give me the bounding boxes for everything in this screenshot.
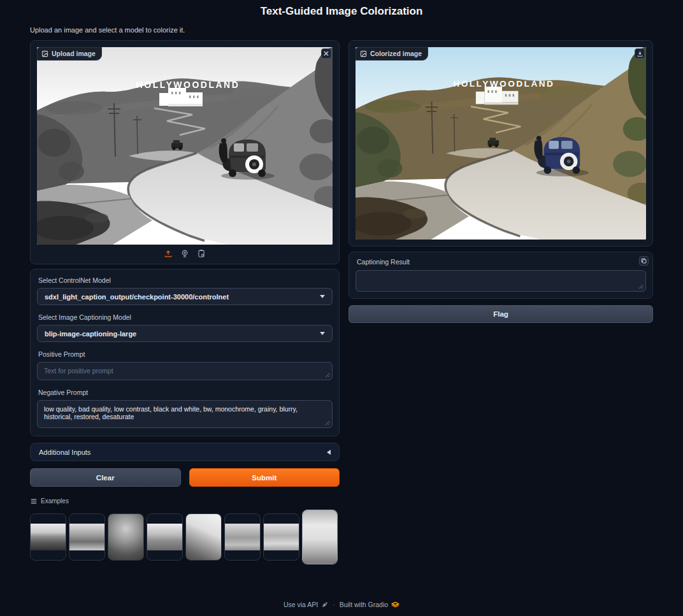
close-icon bbox=[324, 51, 329, 56]
additional-inputs-accordion[interactable]: Additional Inputs bbox=[30, 443, 340, 461]
colorized-image-label-tab: Colorized image bbox=[356, 47, 428, 61]
captioning-model-label: Select Image Captioning Model bbox=[38, 313, 333, 321]
flag-button[interactable]: Flag bbox=[349, 305, 653, 323]
example-thumbnail-park-trees[interactable] bbox=[263, 513, 299, 561]
webcam-icon bbox=[180, 249, 189, 258]
example-thumbnail-leaning-tower-of-pisa[interactable] bbox=[302, 510, 338, 564]
webcam-button[interactable] bbox=[180, 249, 189, 258]
page-title: Text-Guided Image Colorization bbox=[0, 0, 683, 18]
paste-button[interactable] bbox=[197, 249, 206, 258]
model-settings-panel: Select ControlNet Model sdxl_light_capti… bbox=[30, 269, 340, 436]
colorized-image[interactable]: HOLLYWOODLAND bbox=[356, 47, 646, 240]
download-image-button[interactable] bbox=[635, 48, 645, 59]
image-source-toolbar bbox=[37, 245, 333, 257]
upload-image-label: Upload image bbox=[52, 50, 96, 57]
example-thumbnail-people-on-beach-boat[interactable] bbox=[69, 513, 105, 561]
controlnet-model-label: Select ControlNet Model bbox=[38, 276, 333, 284]
colorized-image-panel: Colorized image HOLLYWOODLAND bbox=[349, 40, 653, 247]
colorized-image-label: Colorized image bbox=[370, 50, 422, 57]
example-thumbnail-bridge-with-crowd[interactable] bbox=[224, 513, 261, 561]
main-content: Upload image HOLLYWOODLAND Select Con bbox=[30, 40, 653, 564]
captioning-result-input[interactable] bbox=[356, 271, 645, 291]
negative-prompt-input[interactable]: low quality, bad quality, low contrast, … bbox=[38, 401, 332, 427]
positive-prompt-label: Positive Prompt bbox=[38, 350, 333, 358]
example-thumbnail-highway-to-mountains[interactable] bbox=[30, 513, 66, 561]
resize-handle-icon[interactable] bbox=[638, 284, 643, 289]
examples-label: Examples bbox=[41, 498, 69, 505]
upload-image-panel: Upload image HOLLYWOODLAND bbox=[30, 40, 340, 264]
positive-prompt-input[interactable] bbox=[38, 362, 332, 380]
example-image bbox=[69, 524, 104, 550]
example-thumbnail-migrant-mother-portrait[interactable] bbox=[108, 513, 144, 561]
example-image bbox=[264, 524, 299, 550]
image-icon bbox=[41, 50, 48, 57]
download-icon bbox=[637, 51, 643, 57]
captioning-result-label: Captioning Result bbox=[357, 258, 646, 266]
captioning-result-panel: Captioning Result bbox=[349, 252, 653, 299]
image-icon bbox=[360, 50, 367, 57]
example-image bbox=[31, 524, 66, 550]
uploaded-image[interactable]: HOLLYWOODLAND bbox=[37, 47, 333, 245]
upload-file-button[interactable] bbox=[164, 249, 173, 258]
example-image bbox=[225, 524, 260, 550]
resize-handle-icon[interactable] bbox=[325, 373, 330, 378]
captioning-model-value: blip-image-captioning-large bbox=[45, 330, 136, 338]
controlnet-model-dropdown[interactable]: sdxl_light_caption_output/checkpoint-300… bbox=[37, 288, 333, 305]
resize-handle-icon[interactable] bbox=[325, 420, 330, 426]
use-via-api-link[interactable]: Use via API bbox=[284, 601, 328, 608]
gradio-logo-icon bbox=[391, 601, 399, 608]
submit-button[interactable]: Submit bbox=[189, 468, 340, 487]
example-image bbox=[108, 514, 143, 560]
chevron-left-icon bbox=[327, 450, 331, 455]
upload-image-label-tab: Upload image bbox=[37, 47, 102, 61]
examples-list-icon bbox=[31, 498, 37, 505]
example-thumbnail-mountain-camp-tents[interactable] bbox=[185, 513, 222, 561]
clipboard-icon bbox=[197, 249, 206, 258]
copy-result-button[interactable] bbox=[639, 256, 649, 266]
example-image bbox=[147, 524, 182, 550]
built-with-gradio-link[interactable]: Built with Gradio bbox=[340, 601, 399, 608]
examples-gallery bbox=[30, 510, 340, 564]
svg-text:HOLLYWOODLAND: HOLLYWOODLAND bbox=[453, 79, 554, 89]
footer-separator: · bbox=[333, 601, 335, 608]
svg-text:HOLLYWOODLAND: HOLLYWOODLAND bbox=[136, 80, 240, 90]
example-image bbox=[186, 514, 221, 560]
chevron-down-icon bbox=[320, 295, 325, 298]
captioning-model-dropdown[interactable]: blip-image-captioning-large bbox=[37, 325, 333, 342]
chevron-down-icon bbox=[320, 332, 325, 335]
clear-image-button[interactable] bbox=[321, 48, 331, 59]
rocket-icon bbox=[321, 601, 328, 608]
clear-button[interactable]: Clear bbox=[30, 468, 181, 487]
example-thumbnail-hollywoodland-road[interactable] bbox=[147, 513, 183, 561]
controlnet-model-value: sdxl_light_caption_output/checkpoint-300… bbox=[45, 293, 229, 301]
additional-inputs-label: Additional Inputs bbox=[39, 448, 90, 456]
page-subtitle: Upload an image and select a model to co… bbox=[30, 26, 683, 34]
negative-prompt-label: Negative Prompt bbox=[38, 389, 333, 396]
footer: Use via API · Built with Gradio bbox=[0, 601, 683, 616]
upload-icon bbox=[164, 249, 173, 258]
example-image bbox=[303, 510, 337, 564]
copy-icon bbox=[641, 258, 647, 264]
